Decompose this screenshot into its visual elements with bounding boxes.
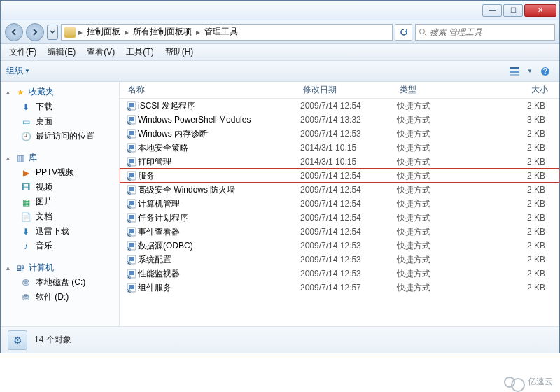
- sidebar-item[interactable]: 📄 文档: [5, 209, 119, 224]
- menu-help[interactable]: 帮助(H): [161, 45, 198, 59]
- sidebar-item[interactable]: ⛃ 软件 (D:): [5, 290, 119, 304]
- file-row[interactable]: 服务 2009/7/14 12:54 快捷方式 2 KB: [120, 169, 559, 183]
- shortcut-icon: [125, 184, 138, 195]
- svg-rect-4: [510, 74, 519, 76]
- file-row[interactable]: 性能监视器 2009/7/14 12:53 快捷方式 2 KB: [120, 267, 559, 281]
- file-row[interactable]: 计算机管理 2009/7/14 12:54 快捷方式 2 KB: [120, 197, 559, 211]
- file-row[interactable]: 任务计划程序 2009/7/14 12:54 快捷方式 2 KB: [120, 211, 559, 225]
- file-name: Windows 内存诊断: [138, 128, 300, 140]
- close-button[interactable]: ✕: [524, 4, 556, 17]
- status-bar: ⚙ 14 个对象: [1, 326, 559, 353]
- file-name: 任务计划程序: [138, 212, 300, 224]
- window-titlebar[interactable]: — ☐ ✕: [1, 1, 559, 20]
- breadcrumb-seg-3[interactable]: 管理工具: [203, 26, 239, 38]
- nav-back-button[interactable]: [5, 23, 23, 41]
- sidebar-item[interactable]: ⛃ 本地磁盘 (C:): [5, 275, 119, 290]
- nav-forward-button[interactable]: [26, 23, 44, 41]
- col-size[interactable]: 大小: [502, 84, 551, 96]
- menu-file[interactable]: 文件(F): [5, 45, 41, 59]
- menu-tools[interactable]: 工具(T): [122, 45, 158, 59]
- file-row[interactable]: iSCSI 发起程序 2009/7/14 12:54 快捷方式 2 KB: [120, 99, 559, 113]
- shortcut-icon: [125, 254, 138, 265]
- sidebar-item[interactable]: ♪ 音乐: [5, 239, 119, 253]
- col-type[interactable]: 类型: [397, 84, 502, 96]
- sidebar-item-icon: ▦: [20, 197, 31, 208]
- breadcrumb-seg-1[interactable]: 控制面板: [85, 26, 122, 38]
- sidebar-computer-header[interactable]: ▲ 🖳 计算机: [5, 260, 119, 275]
- file-row[interactable]: 组件服务 2009/7/14 12:57 快捷方式 2 KB: [120, 281, 559, 295]
- svg-rect-14: [129, 145, 134, 149]
- sidebar-favorites-label: 收藏夹: [29, 86, 54, 98]
- view-details-icon: [509, 66, 520, 76]
- file-row[interactable]: Windows 内存诊断 2009/7/14 12:53 快捷方式 2 KB: [120, 127, 559, 141]
- file-size: 2 KB: [502, 171, 551, 181]
- sidebar-item[interactable]: ▭ 桌面: [5, 114, 119, 129]
- shortcut-icon: [125, 170, 138, 181]
- svg-point-0: [420, 29, 425, 34]
- sidebar-item[interactable]: 🕘 最近访问的位置: [5, 129, 119, 144]
- svg-rect-10: [129, 117, 134, 121]
- sidebar-item[interactable]: ⬇ 迅雷下载: [5, 224, 119, 239]
- breadcrumb-seg-2[interactable]: 所有控制面板项: [132, 26, 193, 38]
- file-row[interactable]: 高级安全 Windows 防火墙 2009/7/14 12:54 快捷方式 2 …: [120, 183, 559, 197]
- view-mode-button[interactable]: [506, 64, 523, 79]
- file-type: 快捷方式: [397, 142, 502, 154]
- svg-rect-26: [129, 229, 134, 233]
- sidebar-item[interactable]: ⬇ 下载: [5, 99, 119, 114]
- menu-view[interactable]: 查看(V): [83, 45, 119, 59]
- file-size: 2 KB: [502, 199, 551, 209]
- refresh-button[interactable]: [396, 24, 412, 41]
- sidebar-favorites-header[interactable]: ▲ ★ 收藏夹: [5, 85, 119, 99]
- sidebar-item[interactable]: ▶ PPTV视频: [5, 165, 119, 180]
- file-date: 2009/7/14 12:54: [300, 185, 397, 195]
- breadcrumb[interactable]: ▸ 控制面板 ▸ 所有控制面板项 ▸ 管理工具: [61, 24, 393, 41]
- sidebar-item-label: 视频: [36, 181, 52, 193]
- file-name: 数据源(ODBC): [138, 240, 300, 252]
- organize-button[interactable]: 组织: [6, 65, 23, 77]
- sidebar-item[interactable]: ▦ 图片: [5, 195, 119, 209]
- svg-rect-32: [129, 271, 134, 275]
- breadcrumb-sep-icon: ▸: [195, 27, 202, 37]
- minimize-button[interactable]: —: [482, 4, 502, 17]
- command-bar: 组织 ▼ ▼ ?: [1, 61, 559, 82]
- file-name: 本地安全策略: [138, 142, 300, 154]
- expand-icon: ▲: [5, 155, 12, 162]
- control-panel-icon: [64, 27, 76, 38]
- file-row[interactable]: 打印管理 2014/3/1 10:15 快捷方式 2 KB: [120, 155, 559, 169]
- sidebar-item-icon: 🕘: [20, 131, 31, 142]
- status-count: 14 个对象: [34, 334, 71, 346]
- watermark: 亿速云: [504, 376, 553, 388]
- svg-rect-28: [129, 243, 134, 247]
- view-dropdown-icon[interactable]: ▼: [527, 68, 533, 74]
- sidebar-item-icon: ⬇: [20, 102, 31, 113]
- file-name: 高级安全 Windows 防火墙: [138, 184, 300, 196]
- nav-history-dropdown[interactable]: [47, 24, 58, 40]
- maximize-button[interactable]: ☐: [503, 4, 523, 17]
- svg-rect-30: [129, 257, 134, 261]
- file-name: 计算机管理: [138, 198, 300, 210]
- file-row[interactable]: 事件查看器 2009/7/14 12:54 快捷方式 2 KB: [120, 225, 559, 239]
- file-type: 快捷方式: [397, 100, 502, 112]
- organize-dropdown-icon[interactable]: ▼: [24, 68, 30, 74]
- help-button[interactable]: ?: [537, 64, 554, 79]
- shortcut-icon: [125, 156, 138, 167]
- search-input[interactable]: [430, 27, 552, 37]
- col-name[interactable]: 名称: [125, 84, 300, 96]
- file-row[interactable]: 数据源(ODBC) 2009/7/14 12:53 快捷方式 2 KB: [120, 239, 559, 253]
- menu-edit[interactable]: 编辑(E): [43, 45, 80, 59]
- file-row[interactable]: 本地安全策略 2014/3/1 10:15 快捷方式 2 KB: [120, 141, 559, 155]
- sidebar-item-label: 文档: [36, 211, 52, 223]
- column-headers[interactable]: 名称 修改日期 类型 大小: [120, 82, 559, 99]
- watermark-logo-icon: [504, 377, 515, 388]
- search-box[interactable]: [415, 24, 555, 41]
- file-type: 快捷方式: [397, 226, 502, 238]
- file-row[interactable]: 系统配置 2009/7/14 12:53 快捷方式 2 KB: [120, 253, 559, 267]
- col-date[interactable]: 修改日期: [300, 84, 397, 96]
- file-date: 2014/3/1 10:15: [300, 143, 397, 153]
- sidebar-libraries-header[interactable]: ▲ ▥ 库: [5, 150, 119, 165]
- navigation-pane[interactable]: ▲ ★ 收藏夹 ⬇ 下载 ▭ 桌面 🕘 最近访问的位置 ▲ ▥ 库 ▶ PPTV…: [1, 82, 120, 326]
- file-row[interactable]: Windows PowerShell Modules 2009/7/14 13:…: [120, 113, 559, 127]
- shortcut-icon: [125, 282, 138, 293]
- expand-icon: ▲: [5, 265, 12, 272]
- sidebar-item[interactable]: 🎞 视频: [5, 180, 119, 195]
